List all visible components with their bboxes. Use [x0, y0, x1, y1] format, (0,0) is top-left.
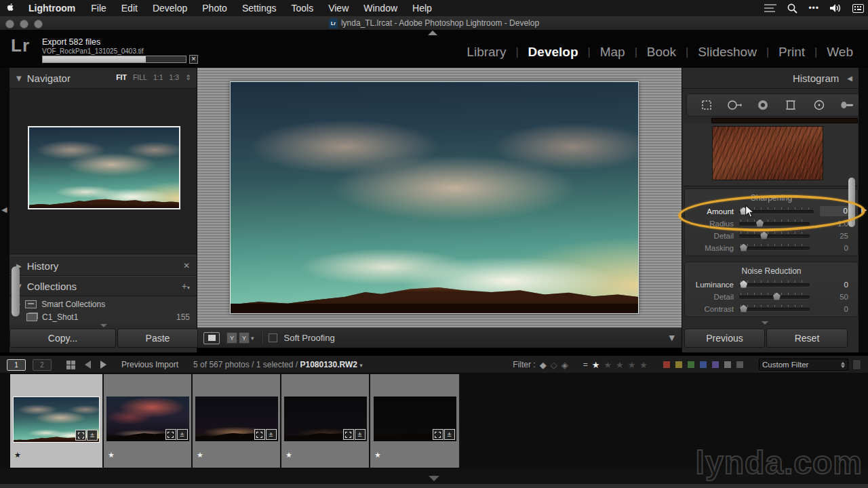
- flagged-filter-icon[interactable]: ◆: [540, 360, 547, 370]
- zoom-fit-button[interactable]: FIT: [116, 73, 127, 81]
- filmstrip-thumb-3[interactable]: ± ★: [193, 374, 281, 468]
- module-print[interactable]: Print: [769, 45, 814, 60]
- next-photo-arrow[interactable]: [100, 361, 106, 369]
- keyboard-menu-icon[interactable]: [852, 4, 864, 13]
- adjustment-badge-icon[interactable]: ±: [266, 429, 277, 440]
- reset-button[interactable]: Reset: [766, 329, 848, 348]
- copy-button[interactable]: Copy...: [9, 329, 116, 348]
- left-panel-scrollbar[interactable]: [12, 266, 20, 317]
- zoom-ratio-stepper[interactable]: ⇕: [185, 73, 191, 81]
- crop-badge-icon[interactable]: [433, 429, 443, 440]
- spotlight-search-icon[interactable]: [787, 3, 797, 14]
- add-collection-button[interactable]: +▾: [182, 281, 190, 291]
- menu-tools[interactable]: Tools: [283, 0, 321, 16]
- volume-icon[interactable]: [830, 3, 842, 13]
- module-map[interactable]: Map: [591, 45, 635, 60]
- menu-edit[interactable]: Edit: [114, 0, 145, 16]
- filmstrip-status[interactable]: 5 of 567 photos / 1 selected / P1080130.…: [193, 360, 363, 369]
- thumb-2-star[interactable]: ★: [108, 451, 115, 460]
- menu-window[interactable]: Window: [356, 0, 405, 16]
- rating-operator[interactable]: =: [583, 360, 588, 369]
- menu-lightroom[interactable]: Lightroom: [20, 0, 83, 16]
- no-label-filter[interactable]: [724, 361, 732, 369]
- export-cancel-button[interactable]: ✕: [189, 55, 198, 64]
- second-window-button[interactable]: 2: [33, 359, 52, 371]
- unflagged-filter-icon[interactable]: ◇: [551, 360, 557, 370]
- crop-overlay-tool-icon[interactable]: [699, 98, 714, 112]
- crop-badge-icon[interactable]: [254, 429, 265, 440]
- left-panel-edge[interactable]: ◀: [0, 68, 9, 352]
- menu-settings[interactable]: Settings: [235, 0, 284, 16]
- window-zoom-button[interactable]: [34, 20, 43, 28]
- luminance-slider[interactable]: [739, 283, 810, 287]
- detail-preview-100pct[interactable]: [712, 126, 823, 180]
- filmstrip-thumb-1-selected[interactable]: ± ★: [10, 374, 104, 468]
- red-eye-tool-icon[interactable]: [755, 98, 770, 112]
- menu-photo[interactable]: Photo: [195, 0, 235, 16]
- loupe-view-icon[interactable]: [203, 332, 220, 344]
- menu-file[interactable]: File: [83, 0, 114, 16]
- collapse-left-panel-arrow[interactable]: ◀: [1, 205, 7, 214]
- previous-photo-arrow[interactable]: [85, 361, 91, 369]
- crop-badge-icon[interactable]: [165, 429, 176, 440]
- graduated-filter-tool-icon[interactable]: [783, 98, 798, 112]
- menu-develop[interactable]: Develop: [145, 0, 195, 16]
- toolbar-options-dropdown[interactable]: ▼: [669, 333, 675, 342]
- before-after-view-icon[interactable]: YY▾: [226, 332, 254, 344]
- filter-lock-toggle[interactable]: [852, 359, 861, 370]
- contrast-slider[interactable]: [739, 308, 810, 311]
- blue-label-filter[interactable]: [699, 361, 707, 369]
- red-label-filter[interactable]: [663, 361, 671, 369]
- yellow-label-filter[interactable]: [675, 361, 683, 369]
- collection-row-c1shot1[interactable]: C1_Shot1 155: [9, 310, 197, 323]
- history-header[interactable]: ▶ History ✕: [9, 256, 197, 276]
- green-label-filter[interactable]: [687, 361, 695, 369]
- zoom-1-3-button[interactable]: 1:3: [170, 73, 180, 81]
- module-web[interactable]: Web: [817, 45, 863, 60]
- purple-label-filter[interactable]: [711, 361, 719, 369]
- star-3[interactable]: ★: [616, 360, 624, 370]
- window-close-button[interactable]: [5, 20, 14, 28]
- custom-label-filter[interactable]: [736, 361, 744, 369]
- soft-proofing-checkbox[interactable]: [269, 333, 277, 342]
- module-library[interactable]: Library: [457, 45, 515, 60]
- main-window-button[interactable]: 1: [7, 359, 26, 371]
- menu-view[interactable]: View: [321, 0, 356, 16]
- apple-menu[interactable]: [0, 2, 20, 14]
- module-develop[interactable]: Develop: [519, 45, 588, 60]
- radial-filter-tool-icon[interactable]: [812, 98, 827, 112]
- filmstrip-thumb-4[interactable]: ± ★: [281, 374, 370, 468]
- adjustment-badge-icon[interactable]: ±: [177, 429, 188, 440]
- zoom-fill-button[interactable]: FILL: [133, 73, 147, 81]
- thumb-1-star[interactable]: ★: [14, 451, 21, 460]
- star-5[interactable]: ★: [639, 360, 648, 370]
- rejected-filter-icon[interactable]: ◈: [561, 360, 568, 370]
- custom-filter-dropdown[interactable]: Custom Filter: [759, 359, 848, 371]
- star-4[interactable]: ★: [628, 360, 636, 370]
- adjustment-badge-icon[interactable]: ±: [355, 429, 366, 440]
- module-book[interactable]: Book: [637, 45, 686, 60]
- adjustment-badge-icon[interactable]: ±: [87, 430, 98, 441]
- crop-badge-icon[interactable]: [75, 430, 86, 441]
- zoom-1-1-button[interactable]: 1:1: [153, 73, 163, 81]
- spot-removal-tool-icon[interactable]: [727, 98, 742, 112]
- navigator-header[interactable]: ▼ Navigator FIT FILL 1:1 1:3 ⇕: [9, 68, 197, 88]
- histogram-header[interactable]: Histogram ◀: [682, 68, 859, 89]
- thumb-3-star[interactable]: ★: [197, 451, 203, 460]
- menu-help[interactable]: Help: [405, 0, 439, 16]
- previous-button[interactable]: Previous: [684, 329, 765, 348]
- thumb-4-star[interactable]: ★: [285, 451, 292, 460]
- history-clear-button[interactable]: ✕: [183, 261, 190, 270]
- hide-top-panel-arrow[interactable]: [428, 30, 437, 35]
- dots-menu-icon[interactable]: •••: [808, 3, 819, 13]
- noise-detail-slider[interactable]: [739, 296, 810, 299]
- thumb-5-star[interactable]: ★: [374, 451, 381, 460]
- star-1[interactable]: ★: [592, 360, 600, 370]
- filmstrip-thumb-5[interactable]: ± ★: [370, 374, 460, 468]
- sharpen-detail-slider[interactable]: [739, 235, 810, 238]
- paste-button[interactable]: Paste: [117, 329, 198, 348]
- window-minimize-button[interactable]: [20, 20, 28, 28]
- grid-view-icon[interactable]: [66, 361, 75, 369]
- filmstrip-thumb-2[interactable]: ± ★: [104, 374, 193, 468]
- collections-header[interactable]: ▼ Collections +▾: [9, 276, 197, 296]
